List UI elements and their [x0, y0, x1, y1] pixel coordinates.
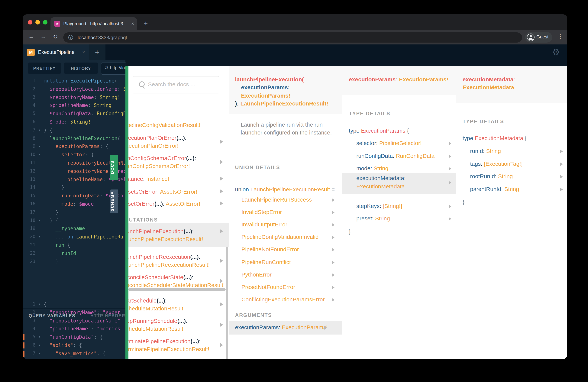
type-field[interactable]: rootRunId: String [470, 173, 567, 179]
doc-field-item[interactable]: runConfigSchemaOrError(...):RunConfigSch… [128, 154, 229, 170]
code-line[interactable]: 1▾{ [22, 300, 125, 309]
code-line[interactable]: 7▾) { [22, 126, 125, 134]
browser-tab[interactable]: ◈ Playground - http://localhost:3 × [50, 17, 137, 30]
code-line[interactable]: 8 launchPipelineExecution( [22, 134, 125, 143]
code-line[interactable]: 15 runConfigData: $runConfigData [22, 192, 125, 200]
code-line[interactable]: 9▾ executionParams: { [22, 143, 125, 151]
forward-icon[interactable]: → [39, 33, 47, 40]
doc-field-item[interactable]: executionPlanOrError(...):ExecutionPlanO… [128, 134, 229, 149]
code-line[interactable]: 18▾ ) { [22, 216, 125, 225]
code-line[interactable]: 5▾ "runConfigData": { [22, 333, 125, 341]
union-member[interactable]: InvalidStepError [241, 209, 336, 215]
query-editor[interactable]: 1mutation ExecutePipeline(2 $repositoryL… [22, 77, 125, 270]
type-field-selected[interactable]: executionMetadata: ExecutionMetadata [342, 173, 456, 194]
type-field[interactable]: mode: String [356, 165, 462, 171]
argument-row-selected[interactable]: executionParams: ExecutionParams! [229, 321, 342, 335]
code-line[interactable]: 19 __typename [22, 225, 125, 233]
code-line[interactable]: 3 $repositoryName: String! [22, 93, 125, 102]
code-line[interactable]: 4 "pipelineName": "metrics [22, 325, 125, 333]
address-bar[interactable]: ⓘ localhost:3333/graphql [63, 32, 522, 42]
code-line[interactable]: 10▾ selector: { [22, 151, 125, 159]
union-member[interactable]: PresetNotFoundError [241, 283, 336, 290]
doc-field-item[interactable]: terminatePipelineExecution(...):Terminat… [128, 337, 229, 353]
endpoint-reload-icon[interactable]: ↺ [104, 65, 108, 70]
schema-side-tab[interactable]: SCHEMA [110, 190, 118, 213]
prettify-button[interactable]: PRETTIFY [28, 63, 61, 74]
code-line[interactable]: 2 $repositoryLocationName: String! [22, 85, 125, 93]
doc-field-item[interactable]: startSchedule(...):ScheduleMutationResul… [128, 297, 229, 312]
type-field[interactable]: tags: [ExecutionTag!] [470, 160, 567, 167]
doc-field-item[interactable]: stopRunningSchedule(...):ScheduleMutatio… [128, 317, 229, 333]
code-line[interactable]: 6▾ "solids": { [22, 341, 125, 350]
fold-caret-icon[interactable]: ▾ [37, 300, 42, 309]
fold-caret-icon[interactable]: ▾ [37, 341, 42, 350]
code-line[interactable]: 6 $mode: String! [22, 118, 125, 126]
code-line[interactable]: 20▾ ... on LaunchPipelineRunSuccess [22, 233, 125, 241]
type-field[interactable]: preset: String [356, 215, 462, 221]
profile-chip[interactable]: Guest [525, 32, 552, 42]
code-line[interactable]: 3 "repositoryLocationName" [22, 317, 125, 325]
doc-field-item-partial[interactable]: PipelineConfigValidationResult! [128, 121, 229, 129]
doc-field-item[interactable]: assetsOrError: AssetsOrError! [128, 188, 229, 195]
code-line[interactable]: 11 repositoryLocationName: $repositoryLo… [22, 159, 125, 167]
doc-field-item-selected[interactable]: launchPipelineExecution(...):LaunchPipel… [128, 223, 229, 247]
code-line[interactable]: 21 run { [22, 241, 125, 249]
code-line[interactable]: 17 } [22, 208, 125, 217]
union-member[interactable]: LaunchPipelineRunSuccess [241, 196, 336, 203]
union-member[interactable]: PythonError [241, 271, 336, 277]
union-member[interactable]: PipelineConfigValidationInvalid [241, 234, 336, 240]
site-info-icon[interactable]: ⓘ [68, 34, 73, 41]
type-field[interactable]: runConfigData: RunConfigData [356, 152, 462, 159]
union-member[interactable]: ConflictingExecutionParamsError [241, 296, 336, 302]
query-variables-editor[interactable]: 1▾{2 "repositoryName": "exper3 "reposito… [22, 300, 125, 359]
fold-caret-icon[interactable]: ▾ [37, 350, 42, 358]
union-member[interactable]: InvalidOutputError [241, 221, 336, 228]
doc-field-item[interactable]: assetOrError(...): AssetOrError! [128, 200, 229, 208]
code-line[interactable]: 22 runId [22, 249, 125, 257]
type-field[interactable]: selector: PipelineSelector! [356, 140, 462, 146]
union-member[interactable]: PipelineRunConflict [241, 259, 336, 265]
code-line[interactable]: 2 "repositoryName": "exper [22, 309, 125, 317]
type-field[interactable]: runId: String [470, 148, 567, 154]
doc-field-item[interactable]: deletePipelineRun(...):DeletePipelineRun… [128, 358, 229, 359]
fold-caret-icon[interactable]: ▾ [37, 151, 42, 159]
union-member[interactable]: PipelineNotFoundError [241, 246, 336, 253]
docs-panel-edge[interactable] [126, 66, 128, 359]
refresh-icon[interactable]: ↻ [51, 33, 60, 40]
traffic-close-icon[interactable] [28, 20, 32, 24]
code-line[interactable]: 14 } [22, 184, 125, 192]
code-line[interactable]: 23 } [22, 257, 125, 266]
back-icon[interactable]: ← [27, 33, 35, 40]
traffic-minimize-icon[interactable] [35, 20, 40, 24]
playground-tab-executepipeline[interactable]: M ExecutePipeline × [22, 44, 89, 60]
code-line[interactable]: 13 pipelineName: $pipelineName [22, 175, 125, 184]
fold-caret-icon[interactable]: ▾ [37, 216, 42, 225]
history-button[interactable]: HISTORY [64, 63, 98, 74]
code-line[interactable]: 5 $runConfigData: RunConfigData! [22, 110, 125, 118]
traffic-zoom-icon[interactable] [43, 20, 47, 24]
code-line[interactable]: 12 repositoryName: $repositoryName [22, 167, 125, 175]
settings-gear-icon[interactable]: ⚙ [552, 47, 560, 57]
playground-new-tab-button[interactable]: + [89, 44, 105, 60]
docs-vertical-scrollbar[interactable] [226, 247, 228, 359]
tab-close-icon[interactable]: × [131, 21, 134, 26]
code-line[interactable]: 7▾ "save_metrics": { [22, 350, 125, 358]
playground-tab-close-icon[interactable]: × [82, 49, 85, 55]
type-field[interactable]: stepKeys: [String!] [356, 203, 462, 209]
doc-field-item[interactable]: reconcileSchedulerState(...):ReconcileSc… [128, 273, 229, 289]
fold-caret-icon[interactable]: ▾ [37, 143, 42, 151]
new-tab-button[interactable]: + [141, 19, 151, 28]
fold-caret-icon[interactable]: ▾ [37, 233, 42, 241]
code-line[interactable]: 16 mode: $mode [22, 200, 125, 208]
fold-caret-icon[interactable]: ▾ [37, 126, 42, 134]
code-line[interactable]: 4 $pipelineName: String! [22, 102, 125, 110]
endpoint-input[interactable]: ↺http://localhost:3333/graphql [101, 63, 126, 75]
doc-field-item[interactable]: instance: Instance! [128, 175, 229, 183]
fold-caret-icon[interactable]: ▾ [37, 333, 42, 341]
code-line[interactable]: 1mutation ExecutePipeline( [22, 77, 125, 85]
type-field[interactable]: parentRunId: String [470, 186, 567, 192]
doc-field-item[interactable]: launchPipelineReexecution(...):LaunchPip… [128, 253, 229, 269]
docs-side-tab[interactable]: DOCS [110, 155, 118, 180]
browser-menu-icon[interactable]: ⋮ [558, 33, 563, 40]
docs-search-input[interactable]: Search the docs ... [133, 76, 219, 93]
